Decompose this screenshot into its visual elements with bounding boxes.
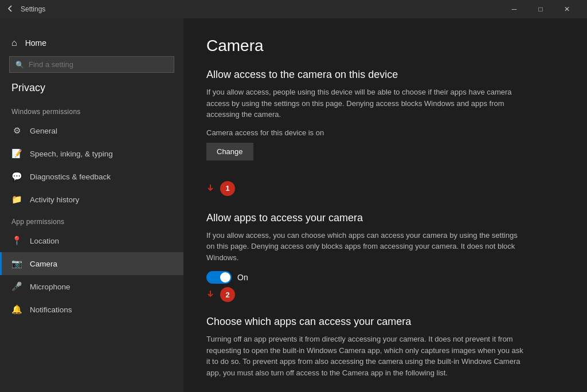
- search-box[interactable]: 🔍: [9, 56, 174, 73]
- sidebar-item-diagnostics[interactable]: 💬 Diagnostics & feedback: [0, 165, 183, 188]
- camera-apps-toggle[interactable]: [206, 271, 232, 284]
- diagnostics-icon: 💬: [11, 171, 22, 182]
- sidebar-item-microphone[interactable]: 🎤 Microphone: [0, 275, 183, 298]
- location-label: Location: [30, 237, 59, 245]
- section2-desc: If you allow access, you can choose whic…: [206, 230, 527, 264]
- sidebar: ⌂ Home 🔍 Privacy Windows permissions ⚙ G…: [0, 18, 183, 392]
- sidebar-item-home[interactable]: ⌂ Home: [0, 32, 183, 54]
- toggle-container: On 2: [206, 271, 564, 302]
- toggle-row: On: [206, 271, 564, 284]
- toggle-thumb: [220, 272, 230, 283]
- titlebar-title: Settings: [21, 5, 501, 13]
- sidebar-item-speech[interactable]: 📝 Speech, inking, & typing: [0, 142, 183, 165]
- microphone-label: Microphone: [30, 283, 71, 291]
- minimize-button[interactable]: ─: [501, 0, 527, 18]
- section1-title: Allow access to the camera on this devic…: [206, 69, 564, 81]
- notifications-icon: 🔔: [11, 304, 22, 315]
- maximize-button[interactable]: □: [527, 0, 554, 18]
- main-content: Camera Allow access to the camera on thi…: [183, 18, 587, 392]
- speech-icon: 📝: [11, 148, 22, 159]
- sidebar-item-camera[interactable]: 📷 Camera: [0, 252, 183, 275]
- app-permissions-label: App permissions: [0, 211, 183, 229]
- home-icon: ⌂: [11, 38, 17, 48]
- search-icon: 🔍: [15, 61, 24, 69]
- home-label: Home: [25, 38, 46, 48]
- step1-badge: 1: [220, 181, 235, 196]
- sidebar-item-activity[interactable]: 📁 Activity history: [0, 188, 183, 211]
- page-title: Camera: [206, 37, 564, 55]
- search-input[interactable]: [29, 60, 168, 69]
- speech-label: Speech, inking, & typing: [30, 150, 113, 158]
- notifications-label: Notifications: [30, 305, 72, 314]
- section2-title: Allow apps to access your camera: [206, 212, 564, 224]
- toggle-label: On: [237, 273, 248, 282]
- sidebar-item-location[interactable]: 📍 Location: [0, 229, 183, 252]
- window-controls: ─ □ ✕: [501, 0, 580, 18]
- camera-label: Camera: [30, 260, 57, 268]
- section1-status: Camera access for this device is on: [206, 128, 564, 137]
- camera-icon: 📷: [11, 258, 22, 269]
- activity-label: Activity history: [30, 195, 79, 204]
- section3-title: Choose which apps can access your camera: [206, 316, 564, 328]
- step2-row: 2: [206, 287, 564, 302]
- back-button[interactable]: [7, 5, 14, 14]
- section1-desc: If you allow access, people using this d…: [206, 87, 527, 120]
- arrow1-icon: [206, 185, 214, 193]
- step2-badge: 2: [220, 287, 235, 302]
- section3-desc: Turning off an app prevents it from dire…: [206, 334, 527, 378]
- sidebar-item-general[interactable]: ⚙ General: [0, 119, 183, 142]
- step1-row: 1: [206, 181, 235, 196]
- windows-permissions-label: Windows permissions: [0, 101, 183, 119]
- diagnostics-label: Diagnostics & feedback: [30, 173, 111, 181]
- arrow2-icon: [206, 291, 214, 299]
- app-body: ⌂ Home 🔍 Privacy Windows permissions ⚙ G…: [0, 18, 587, 392]
- change-button[interactable]: Change: [206, 143, 253, 160]
- close-button[interactable]: ✕: [554, 0, 580, 18]
- sidebar-header: [0, 18, 183, 32]
- change-button-container: Change 1: [206, 143, 564, 196]
- general-icon: ⚙: [11, 126, 22, 136]
- privacy-title: Privacy: [0, 80, 183, 101]
- general-label: General: [30, 127, 57, 135]
- microphone-icon: 🎤: [11, 281, 22, 292]
- location-icon: 📍: [11, 236, 22, 246]
- sidebar-item-notifications[interactable]: 🔔 Notifications: [0, 298, 183, 321]
- activity-icon: 📁: [11, 194, 22, 205]
- titlebar: Settings ─ □ ✕: [0, 0, 587, 18]
